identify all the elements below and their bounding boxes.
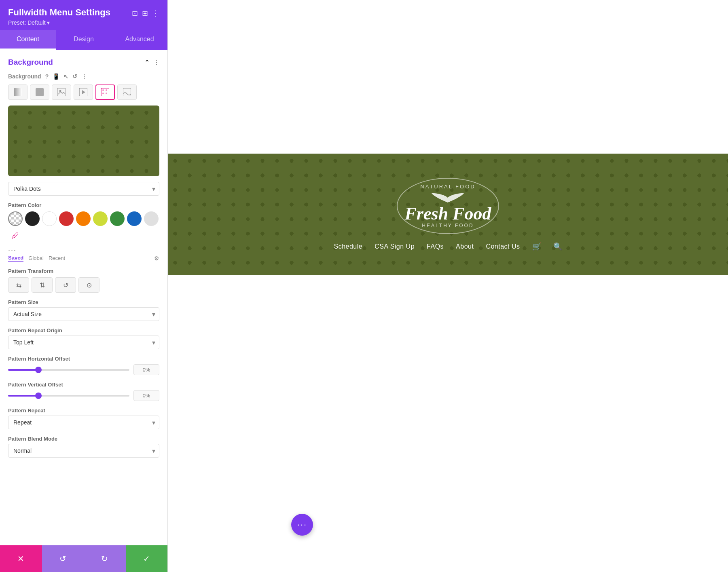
bg-type-pattern[interactable]: [95, 84, 115, 100]
pattern-select[interactable]: Polka Dots Stripes Chevron Grid Waves: [8, 182, 159, 196]
bg-type-mask[interactable]: [117, 84, 137, 100]
cart-icon[interactable]: 🛒: [532, 242, 541, 251]
pattern-vertical-offset-label: Pattern Vertical Offset: [8, 382, 159, 388]
bg-type-gradient[interactable]: [8, 84, 28, 100]
pattern-horizontal-offset-thumb[interactable]: [35, 367, 42, 373]
section-actions: ⌃ ⋮: [144, 59, 159, 66]
color-swatches: 🖊: [8, 211, 159, 243]
bg-more-icon[interactable]: ⋮: [81, 73, 87, 80]
pattern-repeat-origin-field: Pattern Repeat Origin Top Left Top Cente…: [8, 327, 159, 349]
redo-button[interactable]: ↻: [84, 545, 126, 572]
color-swatch-lime[interactable]: [93, 211, 108, 226]
pattern-preview: [8, 106, 159, 176]
bg-help-icon[interactable]: ?: [45, 73, 49, 80]
color-swatch-blue[interactable]: [127, 211, 142, 226]
nav-item-about[interactable]: About: [456, 243, 474, 250]
preview-white-top: [168, 0, 728, 154]
color-swatch-red[interactable]: [59, 211, 74, 226]
nav-logo-main-text: Fresh Food: [405, 205, 491, 223]
pattern-dropdown-field: Polka Dots Stripes Chevron Grid Waves: [8, 182, 159, 196]
pattern-blend-mode-select[interactable]: Normal Multiply Screen Overlay Darken Li…: [8, 444, 159, 458]
pattern-horizontal-offset-field: Pattern Horizontal Offset: [8, 356, 159, 375]
pattern-vertical-offset-track[interactable]: [8, 395, 129, 397]
pattern-repeat-select[interactable]: Repeat Repeat X Repeat Y No Repeat: [8, 416, 159, 429]
color-swatch-green[interactable]: [110, 211, 125, 226]
cancel-button[interactable]: ✕: [0, 545, 42, 572]
color-tab-recent[interactable]: Recent: [49, 255, 65, 261]
pattern-vertical-offset-fill: [8, 395, 38, 397]
pattern-horizontal-offset-input[interactable]: [133, 364, 159, 375]
color-swatch-light-gray[interactable]: [144, 211, 159, 226]
search-icon[interactable]: 🔍: [553, 242, 562, 251]
pattern-vertical-offset-input[interactable]: [133, 390, 159, 401]
panel-body: Background ⌃ ⋮ Background ? 📱 ↖ ↺ ⋮: [0, 50, 167, 545]
bg-type-image[interactable]: [52, 84, 71, 100]
pattern-repeat-origin-select[interactable]: Top Left Top Center Top Right Center Bot…: [8, 336, 159, 349]
panel-split-icon[interactable]: ⊞: [142, 9, 148, 18]
nav-item-contact[interactable]: Contact Us: [486, 243, 520, 250]
svg-marker-5: [82, 90, 85, 94]
pattern-size-select[interactable]: Actual Size Custom Fit Fill: [8, 307, 159, 321]
nav-item-csa[interactable]: CSA Sign Up: [375, 243, 415, 250]
svg-point-10: [106, 93, 107, 94]
bg-cursor-icon[interactable]: ↖: [63, 73, 68, 80]
pattern-horizontal-offset-row: [8, 364, 159, 375]
save-button[interactable]: ✓: [126, 545, 168, 572]
pattern-repeat-origin-label: Pattern Repeat Origin: [8, 327, 159, 333]
pattern-horizontal-offset-fill: [8, 369, 38, 371]
pattern-vertical-offset-thumb[interactable]: [35, 393, 42, 399]
pattern-vertical-offset-row: [8, 390, 159, 401]
transform-icons-row: ⇆ ⇅ ↺ ⊙: [8, 277, 159, 293]
tab-advanced[interactable]: Advanced: [112, 30, 167, 50]
nav-logo-leaf-icon: [430, 192, 466, 203]
pattern-horizontal-offset-label: Pattern Horizontal Offset: [8, 356, 159, 362]
pattern-horizontal-offset-track[interactable]: [8, 369, 129, 371]
nav-logo-circle: NATURAL FOOD Fresh Food HEALTHY FOOD: [397, 178, 499, 234]
panel-tabs: Content Design Advanced: [0, 30, 167, 50]
settings-panel: Fullwidth Menu Settings Preset: Default …: [0, 0, 168, 572]
color-picker-icon[interactable]: 🖊: [8, 228, 23, 243]
panel-more-icon[interactable]: ⋮: [152, 9, 159, 18]
pattern-size-field: Pattern Size Actual Size Custom Fit Fill: [8, 299, 159, 321]
bg-type-video[interactable]: [74, 84, 93, 100]
color-swatch-black[interactable]: [25, 211, 40, 226]
color-swatch-white[interactable]: [42, 211, 57, 226]
nav-item-faqs[interactable]: FAQs: [427, 243, 444, 250]
panel-preset[interactable]: Preset: Default ▾: [8, 19, 110, 26]
bg-mobile-icon[interactable]: 📱: [53, 73, 59, 80]
color-tab-saved[interactable]: Saved: [8, 255, 23, 262]
undo-button[interactable]: ↺: [42, 545, 84, 572]
color-swatch-checker[interactable]: [8, 211, 23, 226]
pattern-repeat-field: Pattern Repeat Repeat Repeat X Repeat Y …: [8, 407, 159, 429]
nav-preview: NATURAL FOOD Fresh Food HEALTHY FOOD Sch…: [168, 154, 728, 275]
section-collapse-icon[interactable]: ⌃: [144, 59, 150, 66]
floating-action-button[interactable]: ···: [291, 514, 313, 536]
bg-label-row: Background ? 📱 ↖ ↺ ⋮: [8, 73, 159, 80]
tab-design[interactable]: Design: [56, 30, 112, 50]
panel-minimize-icon[interactable]: ⊡: [132, 9, 138, 18]
color-settings-icon[interactable]: ⚙: [154, 255, 159, 262]
transform-rotate-right[interactable]: ⊙: [78, 277, 99, 293]
panel-title: Fullwidth Menu Settings: [8, 7, 110, 18]
transform-flip-h[interactable]: ⇆: [8, 277, 29, 293]
color-more-dots[interactable]: ···: [8, 246, 159, 255]
tab-content[interactable]: Content: [0, 30, 56, 50]
color-swatch-orange[interactable]: [76, 211, 91, 226]
nav-item-schedule[interactable]: Schedule: [334, 243, 362, 250]
nav-logo-text-bottom: HEALTHY FOOD: [422, 223, 474, 228]
pattern-transform-section: Pattern Transform ⇆ ⇅ ↺ ⊙: [8, 268, 159, 293]
pattern-size-label: Pattern Size: [8, 299, 159, 305]
preview-white-bottom: [168, 275, 728, 572]
bg-reset-icon[interactable]: ↺: [72, 73, 77, 80]
pattern-vertical-offset-field: Pattern Vertical Offset: [8, 382, 159, 401]
color-tab-global[interactable]: Global: [28, 255, 44, 261]
svg-point-7: [102, 89, 104, 91]
bg-type-row: [8, 84, 159, 100]
section-more-icon[interactable]: ⋮: [153, 59, 159, 66]
nav-logo: NATURAL FOOD Fresh Food HEALTHY FOOD: [397, 178, 499, 234]
pattern-repeat-label: Pattern Repeat: [8, 407, 159, 414]
bg-type-color[interactable]: [30, 84, 49, 100]
transform-flip-v[interactable]: ⇅: [32, 277, 53, 293]
bg-label: Background: [8, 73, 41, 80]
transform-rotate-left[interactable]: ↺: [55, 277, 76, 293]
